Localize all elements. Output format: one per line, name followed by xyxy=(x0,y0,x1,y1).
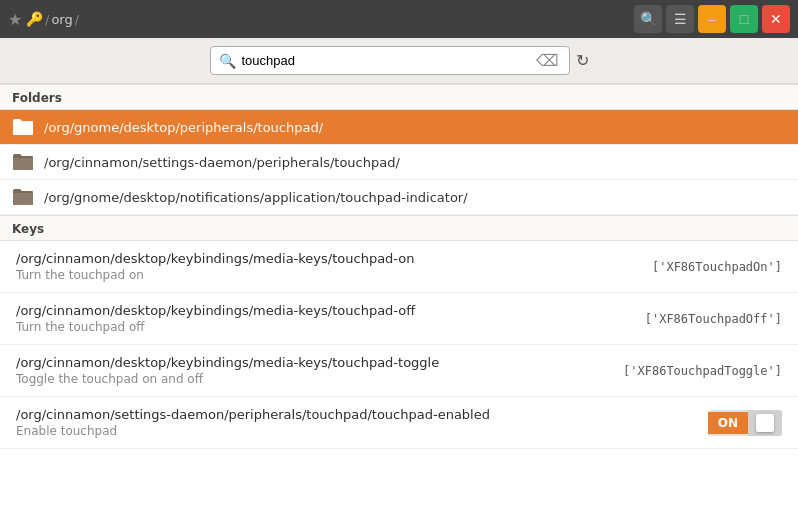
breadcrumb-sep2: / xyxy=(75,12,79,27)
folder-path: /org/cinnamon/settings-daemon/peripheral… xyxy=(44,155,400,170)
key-left: /org/cinnamon/settings-daemon/peripheral… xyxy=(16,407,490,438)
key-description: Toggle the touchpad on and off xyxy=(16,372,439,386)
key-description: Turn the touchpad off xyxy=(16,320,415,334)
folders-section-header: Folders xyxy=(0,84,798,110)
breadcrumb-sep1: / xyxy=(45,12,49,27)
toggle-switch[interactable]: ON xyxy=(708,410,782,436)
folder-row[interactable]: /org/cinnamon/settings-daemon/peripheral… xyxy=(0,145,798,180)
toggle-on-label: ON xyxy=(708,412,748,434)
folder-row[interactable]: /org/gnome/desktop/notifications/applica… xyxy=(0,180,798,215)
close-button[interactable]: ✕ xyxy=(762,5,790,33)
toggle-knob xyxy=(756,414,774,432)
key-path: /org/cinnamon/desktop/keybindings/media-… xyxy=(16,251,415,266)
titlebar-right: 🔍 ☰ – □ ✕ xyxy=(634,5,790,33)
key-row[interactable]: /org/cinnamon/settings-daemon/peripheral… xyxy=(0,397,798,449)
search-clear-button[interactable]: ⌫ xyxy=(534,51,561,70)
key-left: /org/cinnamon/desktop/keybindings/media-… xyxy=(16,303,415,334)
key-path: /org/cinnamon/settings-daemon/peripheral… xyxy=(16,407,490,422)
key-row[interactable]: /org/cinnamon/desktop/keybindings/media-… xyxy=(0,241,798,293)
titlebar-left: ★ 🔑 / org / xyxy=(8,10,79,29)
search-refresh-button[interactable]: ↻ xyxy=(576,51,589,70)
svg-rect-2 xyxy=(13,193,33,205)
search-input[interactable] xyxy=(242,53,528,68)
breadcrumb-icon: 🔑 xyxy=(26,11,43,27)
folder-path: /org/gnome/desktop/notifications/applica… xyxy=(44,190,468,205)
content-area: Folders /org/gnome/desktop/peripherals/t… xyxy=(0,84,798,532)
toggle-off-part xyxy=(748,410,782,436)
key-left: /org/cinnamon/desktop/keybindings/media-… xyxy=(16,251,415,282)
folder-path: /org/gnome/desktop/peripherals/touchpad/ xyxy=(44,120,323,135)
star-button[interactable]: ★ xyxy=(8,10,22,29)
key-left: /org/cinnamon/desktop/keybindings/media-… xyxy=(16,355,439,386)
key-value: ['XF86TouchpadToggle'] xyxy=(623,364,782,378)
svg-rect-0 xyxy=(13,123,33,135)
breadcrumb: 🔑 / org / xyxy=(26,11,79,27)
breadcrumb-org[interactable]: org xyxy=(51,12,72,27)
key-description: Turn the touchpad on xyxy=(16,268,415,282)
key-description: Enable touchpad xyxy=(16,424,490,438)
search-box: 🔍 ⌫ xyxy=(210,46,570,75)
toolbar: 🔍 ⌫ ↻ xyxy=(0,38,798,84)
svg-rect-1 xyxy=(13,158,33,170)
search-button[interactable]: 🔍 xyxy=(634,5,662,33)
key-path: /org/cinnamon/desktop/keybindings/media-… xyxy=(16,355,439,370)
keys-section-header: Keys xyxy=(0,215,798,241)
key-value: ['XF86TouchpadOff'] xyxy=(645,312,782,326)
minimize-button[interactable]: – xyxy=(698,5,726,33)
key-row[interactable]: /org/cinnamon/desktop/keybindings/media-… xyxy=(0,293,798,345)
titlebar: ★ 🔑 / org / 🔍 ☰ – □ ✕ xyxy=(0,0,798,38)
maximize-button[interactable]: □ xyxy=(730,5,758,33)
key-row[interactable]: /org/cinnamon/desktop/keybindings/media-… xyxy=(0,345,798,397)
menu-button[interactable]: ☰ xyxy=(666,5,694,33)
search-icon: 🔍 xyxy=(219,53,236,69)
key-path: /org/cinnamon/desktop/keybindings/media-… xyxy=(16,303,415,318)
folder-icon xyxy=(12,188,34,206)
folder-icon xyxy=(12,118,34,136)
folder-icon xyxy=(12,153,34,171)
key-value: ['XF86TouchpadOn'] xyxy=(652,260,782,274)
folder-row[interactable]: /org/gnome/desktop/peripherals/touchpad/ xyxy=(0,110,798,145)
